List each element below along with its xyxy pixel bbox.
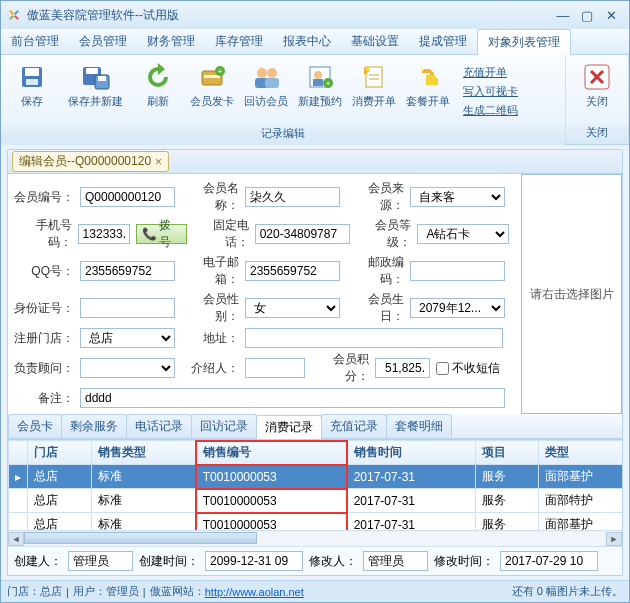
svg-rect-8 [86,68,98,74]
ribbon-button[interactable]: 回访会员 [239,59,293,110]
inner-tab[interactable]: 会员卡 [8,414,62,438]
modifier-field [363,551,428,571]
ribbon-group-label: 记录编辑 [1,124,565,145]
upload-status: 还有 0 幅图片未上传。 [512,584,623,599]
ribbon-button[interactable]: +新建预约 [293,59,347,110]
inner-tab[interactable]: 套餐明细 [386,414,452,438]
member-name-field[interactable] [245,187,340,207]
col-header[interactable]: 类型 [539,441,622,465]
ribbon-link[interactable]: 写入可视卡 [463,84,518,99]
menu-item[interactable]: 基础设置 [341,29,409,54]
svg-rect-6 [26,79,38,85]
address-field[interactable] [245,328,503,348]
inner-tab[interactable]: 电话记录 [126,414,192,438]
modify-time-field [500,551,598,571]
svg-rect-1 [9,15,14,20]
svg-point-28 [420,67,424,71]
ribbon-close-group-label: 关闭 [566,123,628,144]
scroll-right-button[interactable]: ► [606,532,622,546]
ribbon-button[interactable]: 套餐开单 [401,59,455,110]
col-header[interactable]: 销售类型 [91,441,196,465]
table-row[interactable]: 总店标准T00100000532017-07-31服务面部基护基础 [9,513,623,531]
maximize-button[interactable]: ▢ [575,6,599,24]
inner-tab[interactable]: 充值记录 [321,414,387,438]
table-row[interactable]: ▸总店标准T00100000532017-07-31服务面部基护面部 [9,465,623,489]
inner-tab[interactable]: 回访记录 [191,414,257,438]
ribbon-icon [16,61,48,93]
svg-point-27 [366,67,370,71]
ribbon-icon [358,61,390,93]
create-time-field [205,551,303,571]
minimize-button[interactable]: — [551,6,575,24]
level-select[interactable]: A钻石卡 [417,224,509,244]
reg-store-select[interactable]: 总店 [80,328,175,348]
phone-field[interactable] [255,224,350,244]
menu-item[interactable]: 对象列表管理 [477,29,571,55]
menu-item[interactable]: 财务管理 [137,29,205,54]
menu-item[interactable]: 会员管理 [69,29,137,54]
table-row[interactable]: 总店标准T00100000532017-07-31服务面部特护面部 [9,489,623,513]
inner-tab[interactable]: 消费记录 [256,415,322,439]
col-header[interactable]: 销售编号 [196,441,347,465]
inner-tab[interactable]: 剩余服务 [61,414,127,438]
ribbon-button[interactable]: 保存 [5,59,59,110]
svg-text:+: + [218,67,223,76]
close-window-button[interactable]: ✕ [599,6,623,24]
svg-rect-2 [9,10,14,15]
gender-select[interactable]: 女 [245,298,340,318]
site-link[interactable]: http://www.aolan.net [205,586,304,598]
col-header[interactable]: 门店 [28,441,92,465]
ribbon-button[interactable]: 刷新 [131,59,185,110]
ribbon-button[interactable]: 保存并新建 [59,59,131,110]
col-header[interactable]: 项目 [475,441,539,465]
close-button[interactable]: 关闭 [570,59,624,110]
advisor-select[interactable] [80,358,175,378]
close-tab-icon[interactable]: × [155,155,162,169]
svg-text:+: + [326,79,331,88]
menu-item[interactable]: 库存管理 [205,29,273,54]
svg-rect-3 [14,15,19,20]
no-sms-checkbox[interactable]: 不收短信 [436,360,500,377]
svg-point-20 [314,71,322,79]
svg-rect-18 [265,78,279,88]
photo-box[interactable]: 请右击选择图片 [521,174,622,414]
svg-rect-21 [313,79,323,86]
scroll-thumb[interactable] [24,532,257,544]
document-tab[interactable]: 编辑会员--Q0000000120 × [12,151,169,172]
mobile-field[interactable] [78,224,130,244]
svg-rect-10 [98,76,106,81]
qq-field[interactable] [80,261,175,281]
ribbon-button[interactable]: 消费开单 [347,59,401,110]
grid[interactable]: 门店销售类型销售编号销售时间项目类型名称▸总店标准T00100000532017… [8,439,622,530]
menu-item[interactable]: 提成管理 [409,29,477,54]
ribbon-icon: + [196,61,228,93]
postcode-field[interactable] [410,261,505,281]
email-field[interactable] [245,261,340,281]
ribbon-link[interactable]: 充值开单 [463,65,507,80]
member-no-field[interactable] [80,187,175,207]
referrer-field[interactable] [245,358,305,378]
ribbon-icon [142,61,174,93]
col-header[interactable] [9,441,28,465]
ribbon-icon [250,61,282,93]
phone-icon: 📞 [142,227,157,241]
inner-tabs: 会员卡剩余服务电话记录回访记录消费记录充值记录套餐明细 [8,414,622,439]
remark-field[interactable] [80,388,505,408]
menu-item[interactable]: 前台管理 [1,29,69,54]
ribbon-link[interactable]: 生成二维码 [463,103,518,118]
window-title: 傲蓝美容院管理软件--试用版 [27,7,179,24]
ribbon-icon [79,61,111,93]
source-select[interactable]: 自来客 [410,187,505,207]
hscrollbar[interactable]: ◄ ► [8,530,622,546]
svg-rect-0 [14,10,19,15]
birthday-select[interactable]: 2079年12... [410,298,505,318]
statusbar: 门店：总店 | 用户：管理员 | 傲蓝网站：http://www.aolan.n… [1,580,629,602]
svg-point-17 [267,68,277,78]
idcard-field[interactable] [80,298,175,318]
creator-field [68,551,133,571]
menu-item[interactable]: 报表中心 [273,29,341,54]
dial-button[interactable]: 📞拨号 [136,224,187,244]
col-header[interactable]: 销售时间 [347,441,475,465]
scroll-left-button[interactable]: ◄ [8,532,24,546]
ribbon-button[interactable]: +会员发卡 [185,59,239,110]
